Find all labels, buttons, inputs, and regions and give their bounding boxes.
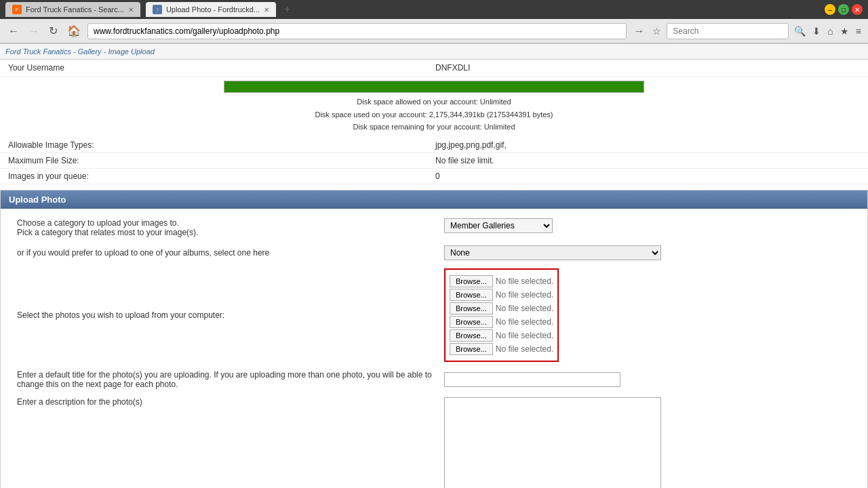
category-control: Member Galleries	[439, 214, 856, 241]
nav-bar: ← → ↻ 🏠 → ☆ 🔍 ⬇ ⌂ ★ ≡	[0, 19, 868, 43]
breadcrumb: Ford Truck Fanatics - Gallery - Image Up…	[5, 47, 155, 56]
upload-section-header: Upload Photo	[1, 190, 867, 209]
title-bar: F Ford Truck Fanatics - Searc... ✕ ↑ Upl…	[0, 0, 868, 19]
max-file-label: Maximum File Size:	[0, 153, 427, 169]
file-label-6: No file selected.	[496, 344, 553, 354]
description-textarea[interactable]	[444, 397, 661, 488]
browse-button-1[interactable]: Browse...	[450, 275, 493, 287]
back-button[interactable]: ←	[5, 24, 22, 39]
title-row: Enter a default title for the photo(s) y…	[12, 366, 856, 393]
window-controls: – □ ✕	[825, 4, 863, 15]
home-nav-button[interactable]: ⌂	[826, 24, 834, 38]
disk-allowed-text: Disk space allowed on your account: Unli…	[11, 96, 857, 108]
description-label: Enter a description for the photo(s)	[12, 393, 439, 488]
file-row-2: Browse... No file selected.	[450, 289, 553, 301]
tab2-favicon: ↑	[153, 5, 162, 14]
file-row-5: Browse... No file selected.	[450, 329, 553, 342]
username-value: DNFXDLI	[427, 60, 868, 77]
queue-value: 0	[427, 169, 868, 184]
forward-button[interactable]: →	[26, 24, 42, 39]
album-control: None	[439, 241, 856, 264]
queue-label: Images in your queue:	[0, 169, 427, 184]
file-label-5: No file selected.	[496, 331, 553, 340]
files-label: Select the photos you wish to upload fro…	[12, 264, 439, 366]
minimize-button[interactable]: –	[825, 4, 835, 15]
file-upload-group: Browse... No file selected. Browse... No…	[444, 268, 559, 362]
file-row-4: Browse... No file selected.	[450, 316, 553, 328]
file-row-3: Browse... No file selected.	[450, 302, 553, 314]
disk-info: Disk space allowed on your account: Unli…	[11, 96, 857, 134]
browse-button-3[interactable]: Browse...	[450, 302, 493, 314]
tab2-label: Upload Photo - Fordtruckd...	[166, 5, 260, 14]
browse-button-6[interactable]: Browse...	[450, 343, 493, 355]
allowed-types-row: Allowable Image Types: jpg,jpeg,png,pdf,…	[0, 138, 868, 153]
max-file-row: Maximum File Size: No file size limit.	[0, 153, 868, 169]
file-row-1: Browse... No file selected.	[450, 275, 553, 287]
disk-space-section: Disk space allowed on your account: Unli…	[0, 77, 868, 138]
username-label: Your Username	[0, 60, 427, 77]
queue-row: Images in your queue: 0	[0, 169, 868, 184]
tab1-close[interactable]: ✕	[128, 6, 134, 14]
max-file-value: No file size limit.	[427, 153, 868, 169]
account-info-table: Your Username DNFXDLI	[0, 60, 868, 77]
browse-button-4[interactable]: Browse...	[450, 316, 493, 328]
search-button[interactable]: 🔍	[793, 24, 807, 38]
close-button[interactable]: ✕	[852, 4, 863, 15]
disk-remaining-text: Disk space remaining for your account: U…	[11, 121, 857, 134]
file-info-table: Allowable Image Types: jpg,jpeg,png,pdf,…	[0, 138, 868, 184]
go-button[interactable]: →	[631, 24, 647, 39]
search-input[interactable]	[667, 23, 789, 39]
category-select[interactable]: Member Galleries	[444, 218, 553, 233]
allowed-types-label: Allowable Image Types:	[0, 138, 427, 153]
allowed-types-value: jpg,jpeg,png,pdf,gif,	[427, 138, 868, 153]
upload-section: Upload Photo Choose a category to upload…	[0, 190, 868, 488]
file-upload-row: Select the photos you wish to upload fro…	[12, 264, 856, 366]
progress-bar-fill	[224, 81, 644, 92]
title-label: Enter a default title for the photo(s) y…	[12, 366, 439, 393]
address-bar[interactable]	[87, 23, 627, 39]
upload-form: Choose a category to upload your images …	[1, 209, 867, 488]
star-button[interactable]: ★	[839, 24, 850, 38]
file-label-2: No file selected.	[496, 290, 553, 300]
title-input[interactable]	[444, 372, 620, 387]
title-control	[439, 366, 856, 393]
home-button[interactable]: 🏠	[64, 23, 83, 39]
album-row: or if you would prefer to upload to one …	[12, 241, 856, 264]
browse-button-5[interactable]: Browse...	[450, 329, 493, 342]
form-table: Choose a category to upload your images …	[12, 214, 856, 488]
file-label-4: No file selected.	[496, 317, 553, 327]
category-label: Choose a category to upload your images …	[12, 214, 439, 241]
description-row: Enter a description for the photo(s)	[12, 393, 856, 488]
file-inputs-cell: Browse... No file selected. Browse... No…	[439, 264, 856, 366]
tab1-favicon: F	[12, 5, 22, 14]
page-content: Ford Truck Fanatics - Gallery - Image Up…	[0, 44, 868, 488]
description-control	[439, 393, 856, 488]
tab1-label: Ford Truck Fanatics - Searc...	[26, 5, 124, 14]
reload-button[interactable]: ↻	[46, 23, 60, 39]
maximize-button[interactable]: □	[838, 4, 849, 15]
file-row-6: Browse... No file selected.	[450, 343, 553, 355]
username-row: Your Username DNFXDLI	[0, 60, 868, 77]
tab-1[interactable]: F Ford Truck Fanatics - Searc... ✕	[5, 2, 140, 17]
disk-used-text: Disk space used on your account: 2,175,3…	[11, 108, 857, 121]
file-label-1: No file selected.	[496, 277, 553, 286]
category-row: Choose a category to upload your images …	[12, 214, 856, 241]
progress-bar-container	[224, 81, 644, 93]
album-select[interactable]: None	[444, 245, 661, 260]
download-button[interactable]: ⬇	[811, 24, 822, 38]
menu-button[interactable]: ≡	[854, 24, 863, 38]
album-label: or if you would prefer to upload to one …	[12, 241, 439, 264]
file-label-3: No file selected.	[496, 304, 553, 313]
tab-2[interactable]: ↑ Upload Photo - Fordtruckd... ✕	[146, 2, 276, 17]
bookmark-button[interactable]: ☆	[651, 24, 663, 38]
browse-button-2[interactable]: Browse...	[450, 289, 493, 301]
new-tab-button[interactable]: +	[281, 3, 293, 16]
tab2-close[interactable]: ✕	[264, 6, 269, 14]
